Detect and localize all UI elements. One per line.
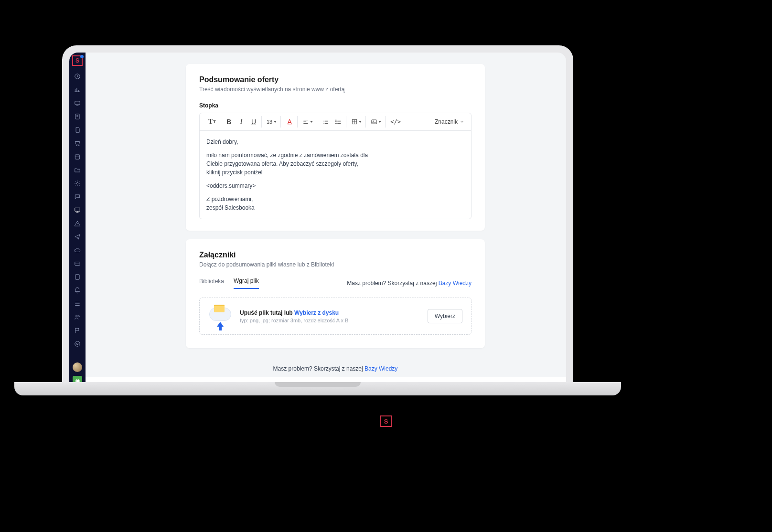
svg-point-14	[336, 120, 337, 121]
editor-body[interactable]: Dzień dobry, miło nam poinformować, że z…	[200, 131, 471, 219]
text-color-button[interactable]: A	[286, 117, 293, 127]
unordered-list-button[interactable]	[334, 117, 342, 127]
users-icon[interactable]	[74, 313, 81, 321]
list-icon[interactable]	[74, 300, 81, 308]
file-dropzone[interactable]: Upuść plik tutaj lub Wybierz z dysku typ…	[199, 298, 472, 335]
marker-dropdown[interactable]: Znacznik	[435, 118, 466, 125]
select-file-button[interactable]: Wybierz	[428, 309, 462, 323]
folder-icon[interactable]	[74, 166, 81, 174]
cart-icon[interactable]	[74, 139, 81, 147]
dropzone-title: Upuść plik tutaj lub Wybierz z dysku	[240, 309, 420, 316]
attachments-title: Załączniki	[199, 251, 472, 259]
chart-icon[interactable]	[74, 86, 81, 94]
italic-button[interactable]: I	[237, 117, 245, 127]
svg-point-12	[76, 343, 78, 345]
editor-line: <odders.summary>	[206, 181, 464, 190]
tabs-help-text: Masz problem? Skorzystaj z naszej Bazy W…	[347, 280, 472, 287]
svg-point-10	[76, 315, 78, 317]
card-icon[interactable]	[74, 260, 81, 267]
rich-text-editor: TT B I U 13 A	[199, 113, 472, 219]
svg-point-6	[76, 182, 78, 184]
table-button[interactable]	[351, 117, 362, 127]
editor-toolbar: TT B I U 13 A	[200, 113, 471, 131]
warning-icon[interactable]	[74, 220, 81, 227]
align-button[interactable]	[302, 117, 313, 127]
svg-rect-1	[75, 101, 80, 105]
tab-library[interactable]: Biblioteka	[199, 278, 224, 288]
font-size-select[interactable]: 13	[267, 119, 277, 125]
svg-rect-8	[75, 262, 80, 266]
text-style-button[interactable]: TT	[208, 117, 216, 127]
settings-icon[interactable]	[74, 340, 81, 348]
bottom-brand-logo: S	[380, 415, 392, 427]
upload-cloud-icon	[208, 306, 232, 327]
tv-icon[interactable]	[74, 99, 81, 107]
bell-icon[interactable]	[74, 287, 81, 294]
editor-line: miło nam poinformować, że zgodnie z zamó…	[206, 151, 369, 177]
summary-title: Podsumowanie oferty	[199, 75, 472, 84]
svg-point-11	[78, 316, 79, 317]
document-icon[interactable]	[74, 113, 81, 120]
bold-button[interactable]: B	[225, 117, 233, 127]
calendar-icon[interactable]	[74, 153, 81, 160]
attachment-tabs: Biblioteka Wgraj plik Masz problem? Skor…	[199, 277, 472, 289]
underline-button[interactable]: U	[250, 117, 257, 127]
knowledge-base-link[interactable]: Bazy Wiedzy	[439, 280, 472, 287]
clock-icon[interactable]	[74, 73, 81, 80]
code-button[interactable]: </>	[390, 117, 401, 127]
svg-point-15	[336, 121, 337, 122]
summary-subtitle: Treść wiadomości wyświetlanych na stroni…	[199, 86, 472, 93]
footer-label: Stopka	[199, 102, 472, 109]
chat-icon[interactable]	[74, 193, 81, 201]
svg-point-4	[78, 145, 79, 146]
image-button[interactable]	[371, 117, 381, 127]
select-from-disk-link[interactable]: Wybierz z dysku	[294, 309, 339, 316]
flag-icon[interactable]	[74, 327, 81, 334]
svg-rect-5	[75, 155, 79, 159]
knowledge-base-link-bottom[interactable]: Bazy Wiedzy	[365, 365, 397, 372]
editor-line: Dzień dobry,	[206, 138, 464, 146]
dropzone-sub: typ: png, jpg; rozmiar 3mb, rozdzielczoś…	[240, 318, 420, 323]
help-row: Masz problem? Skorzystaj z naszej Bazy W…	[186, 357, 485, 377]
avatar[interactable]	[73, 362, 82, 372]
tab-upload[interactable]: Wgraj plik	[234, 277, 259, 289]
attachments-card: Załączniki Dołącz do podsumowania pliki …	[186, 239, 485, 348]
summary-card: Podsumowanie oferty Treść wiadomości wyś…	[186, 64, 485, 231]
ordered-list-button[interactable]	[322, 117, 330, 127]
page-icon[interactable]	[74, 126, 81, 134]
editor-line: Z pozdrowieniami,zespół Salesbooka	[206, 195, 464, 212]
gear-icon[interactable]	[74, 180, 81, 187]
file-icon[interactable]	[74, 273, 81, 281]
svg-point-16	[336, 123, 337, 124]
cloud-icon[interactable]	[74, 246, 81, 254]
main-content: Podsumowanie oferty Treść wiadomości wyś…	[86, 53, 566, 389]
attachments-subtitle: Dołącz do podsumowania pliki własne lub …	[199, 261, 472, 268]
svg-point-3	[76, 145, 77, 146]
svg-rect-7	[75, 208, 80, 211]
send-icon[interactable]	[74, 233, 81, 241]
svg-point-13	[75, 341, 80, 347]
presentation-icon[interactable]	[74, 206, 81, 214]
brand-logo[interactable]: S	[72, 55, 83, 66]
svg-rect-9	[75, 275, 79, 280]
sidebar: S	[69, 53, 86, 389]
